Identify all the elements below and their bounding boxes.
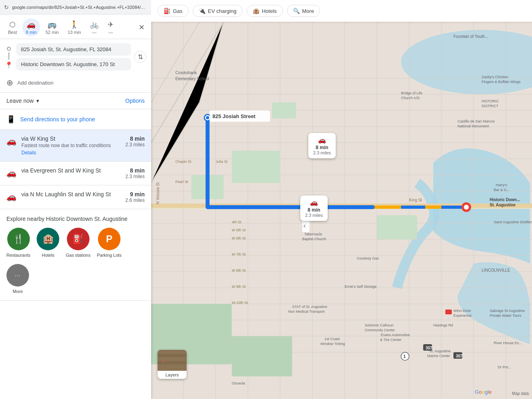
- svg-text:Tabernacle: Tabernacle: [304, 232, 322, 236]
- svg-point-46: [464, 205, 469, 210]
- svg-text:📍: 📍: [161, 359, 166, 364]
- svg-text:W 9th St: W 9th St: [232, 285, 246, 289]
- dot-line: [8, 52, 9, 60]
- origin-dot: [7, 47, 11, 51]
- route-time-val-2: 8 min: [125, 167, 145, 174]
- svg-text:HISTORIC: HISTORIC: [482, 99, 499, 103]
- svg-text:Pearl St: Pearl St: [175, 180, 189, 184]
- svg-text:‹: ‹: [303, 222, 305, 229]
- chip-gas[interactable]: ⛽ Gas: [158, 5, 189, 17]
- phone-icon: 📱: [6, 115, 15, 124]
- svg-text:Church A/G: Church A/G: [401, 96, 420, 100]
- route-time-val-3: 9 min: [125, 191, 145, 197]
- parking-label: Parking Lots: [97, 253, 121, 258]
- mode-drive[interactable]: 🚗 8 min: [23, 19, 40, 36]
- mode-best[interactable]: ⬡ Best: [5, 19, 20, 36]
- svg-text:Bridge of Life: Bridge of Life: [401, 91, 422, 95]
- explore-parking[interactable]: P Parking Lots: [97, 228, 121, 258]
- explore-more[interactable]: ··· More: [6, 264, 29, 294]
- svg-text:825 Josiah Street: 825 Josiah Street: [212, 113, 256, 119]
- svg-text:Solomon Calhoun: Solomon Calhoun: [365, 323, 394, 327]
- svg-text:Bar & G...: Bar & G...: [494, 188, 510, 192]
- mode-transit-label: 52 min: [46, 30, 59, 35]
- svg-rect-106: [445, 310, 452, 314]
- route-time-3: 9 min 2.6 miles: [125, 191, 145, 203]
- layers-button[interactable]: 📍 Layers: [158, 350, 187, 379]
- map-area[interactable]: ⛽ Gas 🔌 EV charging 🏨 Hotels 🔍 More: [151, 0, 532, 399]
- svg-text:Non Medical Transport: Non Medical Transport: [288, 310, 325, 314]
- leave-options: Leave now ▾ Options: [0, 93, 151, 109]
- left-panel: ↻ google.com/maps/dir/825+Josiah+St.+St.…: [0, 0, 151, 399]
- mode-flight[interactable]: ✈ —: [104, 19, 117, 36]
- more-chip-icon: 🔍: [293, 8, 300, 14]
- svg-text:Experience: Experience: [453, 314, 472, 318]
- svg-rect-34: [232, 151, 280, 183]
- svg-rect-36: [272, 102, 296, 118]
- popup-time-2: 8 min: [308, 207, 320, 213]
- svg-text:W 6th St: W 6th St: [232, 236, 246, 240]
- explore-hotels[interactable]: 🏨 Hotels: [37, 228, 59, 258]
- mode-drive-icon: 🚗: [27, 20, 35, 29]
- svg-text:Dr Pot...: Dr Pot...: [498, 365, 511, 369]
- mode-walk[interactable]: 🚶 13 min: [64, 19, 84, 36]
- explore-restaurants[interactable]: 🍴 Restaurants: [6, 228, 30, 258]
- chip-more[interactable]: 🔍 More: [287, 5, 320, 17]
- route-time-2: 8 min 2.3 miles: [125, 167, 145, 179]
- popup-dist-2: 2.3 miles: [305, 213, 323, 218]
- svg-text:Zaxby's Chicken: Zaxby's Chicken: [482, 75, 508, 79]
- add-destination[interactable]: ⊕ Add destination: [0, 75, 151, 93]
- explore-title: Explore nearby Historic Downtown St. Aug…: [6, 216, 145, 222]
- route-popup-1: 🚗 8 min 2.3 miles: [308, 133, 336, 158]
- svg-text:Window Tinting: Window Tinting: [320, 342, 345, 346]
- mode-bike[interactable]: 🚲 —: [87, 19, 102, 36]
- svg-text:307: 307: [426, 346, 432, 350]
- options-button[interactable]: Options: [125, 98, 145, 104]
- popup-time-1: 8 min: [316, 145, 328, 150]
- close-icon[interactable]: ✕: [137, 21, 146, 33]
- route-details-link-1[interactable]: Details: [21, 150, 121, 156]
- mode-transit[interactable]: 🚌 52 min: [42, 19, 62, 36]
- input-fields: [16, 43, 131, 71]
- svg-text:Marine Center: Marine Center: [427, 354, 450, 358]
- hotels-label: Hotels: [42, 253, 54, 258]
- reload-icon[interactable]: ↻: [4, 4, 9, 10]
- svg-text:DISTRICT: DISTRICT: [482, 104, 499, 108]
- route-time-1: 8 min 2.3 miles: [125, 135, 145, 148]
- restaurants-icon-circle: 🍴: [7, 228, 30, 250]
- origin-input[interactable]: [16, 43, 131, 56]
- svg-text:River House Ev...: River House Ev...: [494, 341, 522, 345]
- svg-text:W 7th St: W 7th St: [232, 252, 246, 256]
- hotels-chip-icon: 🏨: [253, 8, 260, 14]
- svg-text:Osceola: Osceola: [232, 381, 245, 385]
- chip-hotels[interactable]: 🏨 Hotels: [247, 5, 283, 17]
- svg-text:Castillo de San Marcos: Castillo de San Marcos: [457, 119, 495, 123]
- svg-text:W-10th St: W-10th St: [232, 301, 248, 305]
- swap-button[interactable]: ⇅: [134, 51, 146, 63]
- svg-text:1: 1: [403, 354, 406, 359]
- destination-input[interactable]: [16, 58, 131, 71]
- svg-text:Elementary School: Elementary School: [175, 77, 209, 81]
- svg-text:N Volusia St: N Volusia St: [156, 182, 160, 204]
- route-item-3[interactable]: 🚗 via N Mc Laughlin St and W King St 9 m…: [0, 185, 151, 209]
- gas-chip-icon: ⛽: [164, 8, 170, 14]
- explore-section: Explore nearby Historic Downtown St. Aug…: [0, 209, 151, 301]
- route-item-2[interactable]: 🚗 via Evergreen St and W King St 8 min 2…: [0, 162, 151, 185]
- gas-icon-circle: ⛽: [67, 228, 89, 250]
- send-directions[interactable]: 📱 Send directions to your phone: [0, 109, 151, 130]
- leave-now-button[interactable]: Leave now ▾: [6, 98, 39, 104]
- map-svg: 825 Josiah Street Crookshank Elementary …: [151, 22, 532, 399]
- layers-label: Layers: [165, 371, 179, 379]
- route-item-1[interactable]: 🚗 via W King St Fastest route now due to…: [0, 130, 151, 162]
- mode-best-label: Best: [8, 30, 17, 35]
- route-name-2: via Evergreen St and W King St: [21, 167, 121, 174]
- gas-label: Gas stations: [66, 253, 90, 258]
- chip-ev[interactable]: 🔌 EV charging: [193, 5, 243, 17]
- layers-thumbnail: 📍: [158, 350, 187, 371]
- map-data-text: Map data: [512, 391, 529, 396]
- route-name-3: via N Mc Laughlin St and W King St: [21, 191, 121, 197]
- explore-gas[interactable]: ⛽ Gas stations: [66, 228, 90, 258]
- svg-text:1st Coast: 1st Coast: [324, 337, 340, 341]
- mode-drive-label: 8 min: [26, 30, 37, 35]
- route-dots: 📍: [5, 45, 13, 69]
- more-icon-circle: ···: [6, 264, 29, 287]
